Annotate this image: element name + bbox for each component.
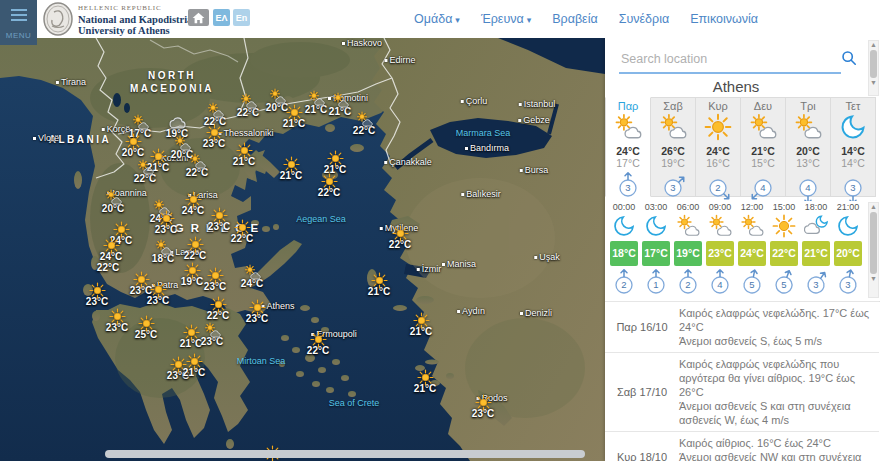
day-label: Δευ [741,100,785,112]
day-weather-icon [651,113,695,143]
hour-col-12:00[interactable]: 12:00 24°C 5 [736,202,768,298]
wind-direction-icon: 1 [643,267,669,298]
city-label-Aydın: Aydın [457,306,485,316]
day-low-temp: 19°C [651,157,695,169]
city-dot [461,193,464,196]
city-label-Vlorë: Vlorë [33,133,59,143]
forecast-text-panel: Παρ 16/10Καιρός ελαφρώς νεφελώδης. 17°C … [605,301,879,461]
map-weather-station: 21°C [402,369,448,394]
forecast-line: Άνεμοι ασθενείς S, έως 5 m/s [679,334,871,348]
wind-direction-icon: 5 [771,267,797,298]
sea-label: Mirtoan Sea [237,356,286,366]
day-label: Κυρ [696,100,740,112]
partly-icon [155,239,172,256]
sun-icon [327,150,344,167]
map-weather-station: 22°C [122,159,168,184]
day-tab-Δευ[interactable]: Δευ 21°C15°C 4 [741,97,786,197]
forecast-line: Καιρός ελαφρώς νεφελώδης που αργότερα θα… [679,357,871,399]
city-label-Balıkesir: Balıkesir [461,189,501,199]
city-label-Çorlu: Çorlu [461,96,488,106]
hour-col-03:00[interactable]: 03:0017°C 1 [640,202,672,298]
hour-col-21:00[interactable]: 21:0020°C 3 [832,202,864,298]
hour-time: 21:00 [832,202,864,212]
map-horizontal-scrollbar[interactable] [105,450,585,458]
day-weather-icon [696,113,740,143]
city-dot [384,161,387,164]
hour-wind-indicator: 2 [672,267,704,298]
hour-wind-indicator: 1 [640,267,672,298]
sea-label: Marmara Sea [456,128,511,138]
sun-icon [186,353,203,370]
hour-weather-icon [736,214,768,240]
wind-direction-icon: 4 [795,170,821,201]
partly-icon [794,113,822,141]
day-low-temp: 15°C [741,157,785,169]
search-icon[interactable] [841,50,857,70]
sun-icon [89,282,106,299]
weather-map[interactable]: Marmara SeaAegean SeaMirtoan SeaSea of C… [0,38,605,461]
day-wind-indicator: 3 [831,170,875,201]
forecast-row-1: Παρ 16/10Καιρός ελαφρώς νεφελώδης. 17°C … [605,301,879,352]
hour-temp: 22°C [770,241,798,266]
hour-wind-indicator: 3 [800,267,832,298]
hour-col-00:00[interactable]: 00:0018°C 2 [608,202,640,298]
nav-item-4[interactable]: Συνέδρια [619,12,669,26]
day-wind-indicator: 4 [786,170,830,201]
menu-button[interactable]: MENU [0,0,37,45]
hour-col-06:00[interactable]: 06:00 19°C 2 [672,202,704,298]
svg-text:5: 5 [781,279,786,290]
sun-icon [475,394,492,411]
nav-item-2[interactable]: Έρευνα▾ [481,12,531,26]
map-weather-station: 22°C [306,173,352,198]
nav-item-1[interactable]: Ομάδα▾ [414,12,460,26]
hour-time: 12:00 [736,202,768,212]
map-weather-station: 20°C [90,189,136,214]
svg-text:3: 3 [813,279,818,290]
org-title: HELLENIC REPUBLIC National and Kapodistr… [78,3,198,36]
city-dot [519,103,522,106]
map-weather-station: 24°C [229,264,275,289]
hamburger-icon [11,6,27,24]
hour-col-09:00[interactable]: 09:00 23°C 4 [704,202,736,298]
moon-icon [836,214,860,238]
hour-wind-indicator: 4 [704,267,736,298]
moon-icon [644,214,668,238]
home-button[interactable] [188,9,209,26]
day-tab-Τρι[interactable]: Τρι 20°C13°C 4 [786,97,831,197]
nav-item-3[interactable]: Βραβεία [552,12,597,26]
home-icon [192,12,205,24]
hour-weather-icon [704,214,736,240]
city-label-Istanbul: Istanbul [519,99,556,109]
day-weather-icon [831,113,875,143]
wind-direction-icon: 4 [707,267,733,298]
language-el-button[interactable]: EΛ [213,9,230,26]
city-dot [534,256,537,259]
hour-col-15:00[interactable]: 15:00 22°C 5 [768,202,800,298]
language-en-button[interactable]: En [233,9,250,26]
partly-icon [189,153,206,170]
map-weather-station: 23°C [135,281,181,306]
wind-direction-icon: 2 [675,267,701,298]
moon-icon [839,113,867,141]
sidebar-scrollbar-hourly[interactable]: ▲▼ [868,202,879,298]
day-tab-Κυρ[interactable]: Κυρ 24°C16°C 2 [696,97,741,197]
map-weather-station: 22°C [341,111,387,136]
search-input[interactable] [619,46,841,74]
svg-text:4: 4 [717,279,722,290]
wind-direction-icon: 4 [750,170,776,201]
day-tab-Τετ[interactable]: Τετ14°C14°C 3 [831,97,876,197]
hour-weather-icon [608,214,640,240]
sidebar-scrollbar-top[interactable]: ▲▼ [868,40,879,96]
nav-item-5[interactable]: Επικοινωνία [690,12,758,26]
svg-text:3: 3 [625,182,630,193]
day-tab-Σαβ[interactable]: Σαβ 26°C19°C 3 [651,97,696,197]
map-weather-station: 23°C [460,394,506,419]
wind-direction-icon: 3 [840,170,866,201]
weather-sidebar: ▲▼ Athens Παρ 24°C17°C 3Σαβ 26°C19°C 3Κυ… [605,38,880,461]
hour-col-18:00[interactable]: 18:00 21°C 3 [800,202,832,298]
university-logo[interactable] [42,2,74,40]
day-tab-Παρ[interactable]: Παρ 24°C17°C 3 [605,97,651,197]
day-weather-icon [786,113,830,143]
svg-text:3: 3 [845,279,850,290]
location-title: Athens [605,78,867,95]
